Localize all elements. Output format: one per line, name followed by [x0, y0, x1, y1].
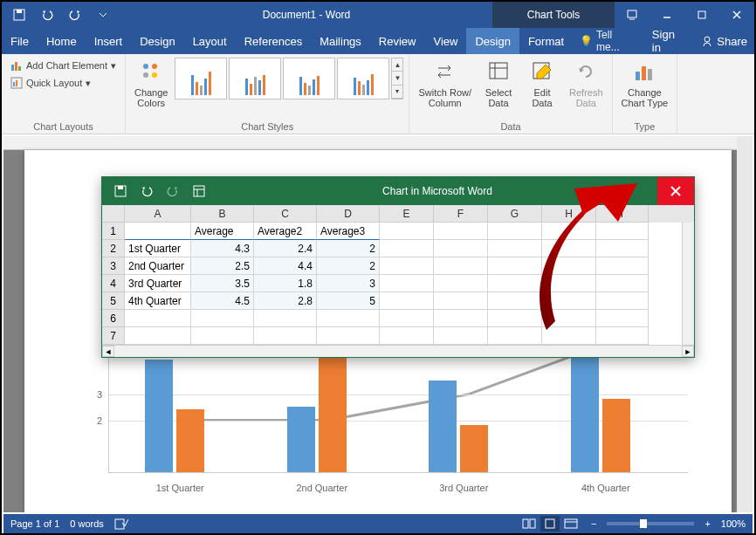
edit-data-button[interactable]: Edit Data: [522, 58, 562, 110]
excel-full-button[interactable]: [188, 180, 210, 202]
cell[interactable]: [488, 310, 542, 327]
chart-bar[interactable]: [571, 354, 599, 472]
cell[interactable]: [488, 275, 542, 292]
cell[interactable]: [380, 257, 434, 275]
sign-in-button[interactable]: Sign in: [643, 28, 694, 54]
cell[interactable]: 2nd Quarter: [125, 257, 191, 275]
chart-bar[interactable]: [145, 360, 173, 472]
page-indicator[interactable]: Page 1 of 1: [10, 518, 59, 529]
change-chart-type-button[interactable]: Change Chart Type: [618, 58, 672, 110]
cell[interactable]: [542, 292, 596, 310]
row-header[interactable]: 3: [102, 257, 125, 275]
excel-horizontal-scrollbar[interactable]: ◄►: [102, 345, 694, 357]
cell[interactable]: [125, 223, 191, 240]
cell[interactable]: [380, 327, 434, 345]
cell[interactable]: Average2: [254, 223, 317, 240]
minimize-button[interactable]: [649, 2, 684, 28]
cell[interactable]: Average: [191, 223, 254, 240]
cell[interactable]: 4.5: [191, 292, 254, 310]
redo-button[interactable]: [63, 3, 87, 27]
row-header[interactable]: 5: [102, 292, 125, 310]
cell[interactable]: [380, 223, 434, 240]
chart-bar[interactable]: [602, 399, 630, 472]
zoom-in-button[interactable]: +: [704, 518, 710, 529]
cell[interactable]: [380, 240, 434, 257]
chart-bar[interactable]: [319, 357, 347, 472]
tab-chart-design[interactable]: Design: [466, 28, 519, 54]
chart-bar[interactable]: [287, 407, 315, 472]
chart-bar[interactable]: [176, 409, 204, 472]
cell[interactable]: [542, 327, 596, 345]
cell[interactable]: [380, 275, 434, 292]
scroll-right-icon[interactable]: ►: [682, 346, 694, 357]
cell[interactable]: 2.4: [254, 240, 317, 257]
excel-undo-button[interactable]: [135, 180, 158, 202]
cell[interactable]: [542, 240, 596, 257]
excel-redo-button[interactable]: [162, 180, 184, 202]
cell[interactable]: [125, 327, 191, 345]
chart-style-thumb[interactable]: [229, 58, 281, 99]
qat-customize-icon[interactable]: [91, 3, 115, 27]
switch-row-column-button[interactable]: Switch Row/ Column: [415, 58, 475, 110]
cell[interactable]: 1st Quarter: [125, 240, 191, 257]
cell[interactable]: 3.5: [191, 275, 254, 292]
cell[interactable]: 2.8: [254, 292, 317, 310]
cell[interactable]: [317, 327, 380, 345]
cell[interactable]: 3rd Quarter: [125, 275, 191, 292]
cell[interactable]: [596, 292, 649, 310]
scroll-down-icon[interactable]: ▼: [392, 72, 402, 85]
column-header[interactable]: E: [380, 205, 434, 223]
row-header[interactable]: 7: [102, 327, 125, 345]
cell[interactable]: [434, 223, 488, 240]
tab-chart-format[interactable]: Format: [519, 28, 573, 54]
cell[interactable]: [254, 327, 317, 345]
zoom-slider[interactable]: [607, 522, 694, 525]
cell[interactable]: [596, 223, 649, 240]
cell[interactable]: 4.3: [191, 240, 254, 257]
gallery-more-icon[interactable]: ▾: [392, 86, 402, 99]
scroll-up-icon[interactable]: ▲: [392, 58, 402, 72]
cell[interactable]: 4.4: [254, 257, 317, 275]
tab-home[interactable]: Home: [38, 28, 86, 54]
cell[interactable]: [434, 240, 488, 257]
refresh-data-button[interactable]: Refresh Data: [566, 58, 607, 110]
word-count[interactable]: 0 words: [70, 518, 104, 529]
cell[interactable]: [434, 327, 488, 345]
cell[interactable]: 2: [317, 240, 380, 257]
excel-grid[interactable]: ABCDEFGHI 1AverageAverage2Average321st Q…: [102, 205, 694, 357]
cell[interactable]: [596, 275, 649, 292]
cell[interactable]: 3: [317, 275, 380, 292]
quick-layout-button[interactable]: Quick Layout▾: [7, 75, 94, 91]
cell[interactable]: [434, 275, 488, 292]
cell[interactable]: Average3: [317, 223, 380, 240]
tab-view[interactable]: View: [424, 28, 466, 54]
chart-plot-area[interactable]: 231st Quarter2nd Quarter3rd Quarter4th Q…: [108, 342, 688, 473]
cell[interactable]: 5: [317, 292, 380, 310]
cell[interactable]: [542, 257, 596, 275]
change-colors-button[interactable]: Change Colors: [131, 58, 172, 110]
tab-layout[interactable]: Layout: [184, 28, 236, 54]
excel-vertical-scrollbar[interactable]: [682, 223, 694, 345]
gallery-scroll[interactable]: ▲▼▾: [391, 58, 403, 99]
column-header[interactable]: G: [488, 205, 542, 223]
row-header[interactable]: 1: [102, 223, 125, 240]
print-layout-button[interactable]: [540, 516, 560, 532]
vertical-scrollbar[interactable]: [737, 136, 753, 512]
share-button[interactable]: Share: [694, 28, 754, 54]
cell[interactable]: [125, 310, 191, 327]
cell[interactable]: [191, 327, 254, 345]
row-header[interactable]: 2: [102, 240, 125, 257]
cell[interactable]: [434, 310, 488, 327]
chart-style-thumb[interactable]: [283, 58, 335, 99]
column-header[interactable]: A: [125, 205, 191, 223]
cell[interactable]: [380, 310, 434, 327]
column-header[interactable]: H: [542, 205, 596, 223]
zoom-level[interactable]: 100%: [721, 518, 746, 529]
tab-design-doc[interactable]: Design: [131, 28, 183, 54]
row-header[interactable]: 4: [102, 275, 125, 292]
excel-close-button[interactable]: [657, 177, 694, 205]
cell[interactable]: [254, 310, 317, 327]
proofing-icon[interactable]: [114, 518, 128, 530]
add-chart-element-button[interactable]: Add Chart Element▾: [7, 58, 120, 73]
column-header[interactable]: D: [317, 205, 380, 223]
